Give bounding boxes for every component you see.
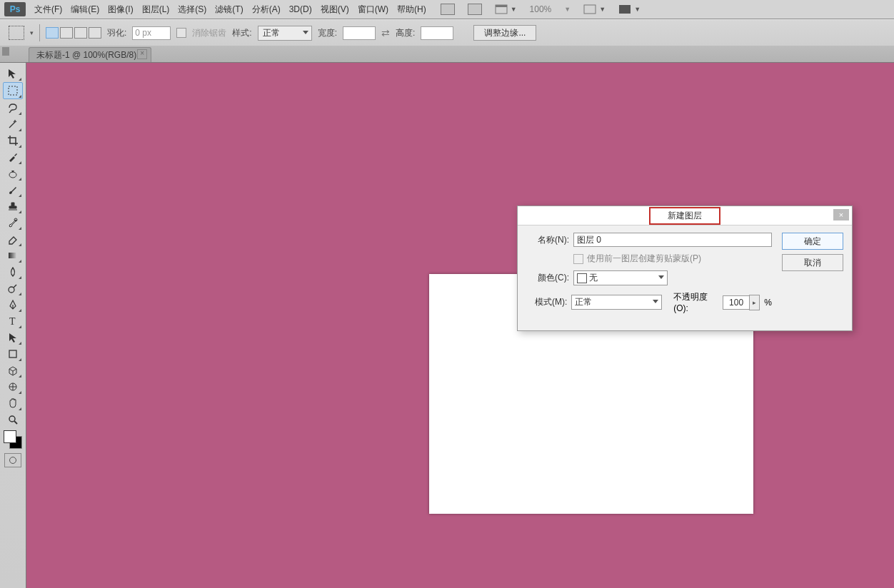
menu-image[interactable]: 图像(I) — [104, 0, 137, 19]
svg-rect-2 — [584, 5, 596, 14]
mode-select[interactable]: 正常 — [571, 295, 662, 310]
subtract-selection-icon[interactable] — [74, 27, 87, 39]
marquee-tool-icon — [6, 84, 19, 97]
menu-view[interactable]: 视图(V) — [316, 0, 353, 19]
ok-button[interactable]: 确定 — [782, 233, 843, 250]
brush-tool-icon — [6, 183, 19, 196]
history-brush-tool-icon — [6, 216, 19, 229]
blur-tool[interactable] — [4, 264, 22, 280]
feather-input[interactable]: 0 px — [132, 26, 171, 40]
app-logo: Ps — [4, 2, 26, 16]
menu-help[interactable]: 帮助(H) — [393, 0, 431, 19]
3d-camera-tool[interactable] — [4, 379, 22, 395]
shape-tool[interactable] — [4, 346, 22, 362]
eraser-tool[interactable] — [4, 231, 22, 247]
lasso-tool-icon — [6, 101, 19, 114]
panel-collapse-handle[interactable] — [2, 47, 9, 56]
add-selection-icon[interactable] — [60, 27, 73, 39]
hand-tool-icon — [6, 397, 19, 410]
menu-file[interactable]: 文件(F) — [30, 0, 66, 19]
shape-tool-icon — [6, 348, 19, 360]
lasso-tool[interactable] — [4, 100, 22, 116]
3d-tool[interactable] — [4, 363, 22, 378]
stamp-tool-icon — [6, 200, 19, 213]
marquee-tool[interactable] — [3, 82, 23, 99]
quick-mask-button[interactable] — [4, 453, 21, 467]
toolbox: T — [0, 63, 26, 588]
tool-preset-icon[interactable] — [9, 26, 24, 40]
svg-rect-10 — [9, 350, 16, 358]
menu-extras: ▼ 100% ▼ ▼ ▼ — [441, 4, 641, 15]
intersect-selection-icon[interactable] — [89, 27, 101, 39]
refine-edge-button[interactable]: 调整边缘... — [473, 25, 536, 41]
close-tab-icon[interactable]: × — [137, 49, 147, 59]
screen-mode-dropdown[interactable]: ▼ — [495, 4, 517, 14]
svg-rect-1 — [496, 5, 507, 7]
3d-tool-icon — [6, 364, 19, 377]
crop-tool-icon — [6, 134, 19, 147]
opacity-input[interactable]: 100 — [723, 295, 750, 310]
gradient-tool[interactable] — [4, 248, 22, 263]
style-label: 样式: — [232, 27, 251, 39]
move-tool[interactable] — [4, 66, 22, 81]
zoom-level[interactable]: 100% — [530, 4, 552, 14]
healing-brush-tool-icon — [6, 167, 19, 180]
options-bar: ▾ 羽化: 0 px 消除锯齿 样式: 正常 宽度: ⇄ 高度: 调整边缘... — [0, 19, 894, 46]
eyedropper-tool-icon — [6, 151, 19, 163]
type-tool[interactable]: T — [4, 313, 22, 329]
dodge-tool[interactable] — [4, 280, 22, 296]
history-brush-tool[interactable] — [4, 215, 22, 230]
opacity-flyout-button[interactable]: ▸ — [749, 295, 760, 310]
color-select[interactable]: 无 — [573, 270, 668, 285]
height-label: 高度: — [396, 27, 415, 39]
healing-brush-tool[interactable] — [4, 166, 22, 181]
zoom-tool[interactable] — [4, 412, 22, 427]
document-tab[interactable]: 未标题-1 @ 100%(RGB/8) × — [29, 47, 151, 62]
arrange-dropdown[interactable]: ▼ — [583, 4, 606, 14]
style-select[interactable]: 正常 — [258, 26, 312, 41]
new-selection-icon[interactable] — [46, 27, 59, 39]
svg-text:T: T — [9, 316, 16, 327]
eyedropper-tool[interactable] — [4, 149, 22, 165]
dialog-titlebar[interactable]: 新建图层 × — [518, 206, 852, 225]
screenmode-dropdown-2[interactable]: ▼ — [618, 4, 641, 14]
move-tool-icon — [6, 67, 19, 80]
color-swatches[interactable] — [4, 430, 22, 449]
path-select-tool[interactable] — [4, 330, 22, 345]
stamp-tool[interactable] — [4, 198, 22, 214]
name-label: 名称(N): — [526, 234, 569, 246]
pen-tool[interactable] — [4, 297, 22, 313]
color-select-value: 无 — [589, 272, 598, 284]
magic-wand-tool-icon — [6, 118, 19, 131]
brush-tool[interactable] — [4, 182, 22, 198]
selection-mode-group — [46, 27, 101, 39]
svg-point-12 — [9, 416, 15, 422]
magic-wand-tool[interactable] — [4, 116, 22, 132]
bridge-icon[interactable] — [441, 4, 455, 15]
crop-tool[interactable] — [4, 133, 22, 148]
menu-filter[interactable]: 滤镜(T) — [211, 0, 247, 19]
hand-tool[interactable] — [4, 395, 22, 411]
dialog-close-button[interactable]: × — [833, 209, 849, 220]
zoom-tool-icon — [6, 413, 19, 426]
eraser-tool-icon — [6, 233, 19, 245]
document-tabs: 未标题-1 @ 100%(RGB/8) × — [0, 46, 894, 63]
menu-window[interactable]: 窗口(W) — [353, 0, 393, 19]
menu-layer[interactable]: 图层(L) — [138, 0, 174, 19]
opacity-unit: % — [764, 298, 772, 308]
svg-rect-7 — [9, 253, 17, 258]
height-input — [421, 26, 453, 40]
mode-label: 模式(M): — [526, 296, 567, 308]
svg-rect-4 — [9, 86, 17, 95]
menu-edit[interactable]: 编辑(E) — [66, 0, 104, 19]
menu-3d[interactable]: 3D(D) — [285, 0, 316, 19]
foreground-color-swatch[interactable] — [4, 430, 16, 443]
menu-analysis[interactable]: 分析(A) — [248, 0, 285, 19]
minibridge-icon[interactable] — [468, 4, 482, 15]
opacity-label: 不透明度(O): — [673, 291, 720, 313]
layer-name-input[interactable]: 图层 0 — [573, 233, 772, 247]
cancel-button[interactable]: 取消 — [782, 254, 843, 271]
width-label: 宽度: — [318, 27, 337, 39]
menu-select[interactable]: 选择(S) — [174, 0, 211, 19]
svg-point-8 — [9, 287, 14, 293]
